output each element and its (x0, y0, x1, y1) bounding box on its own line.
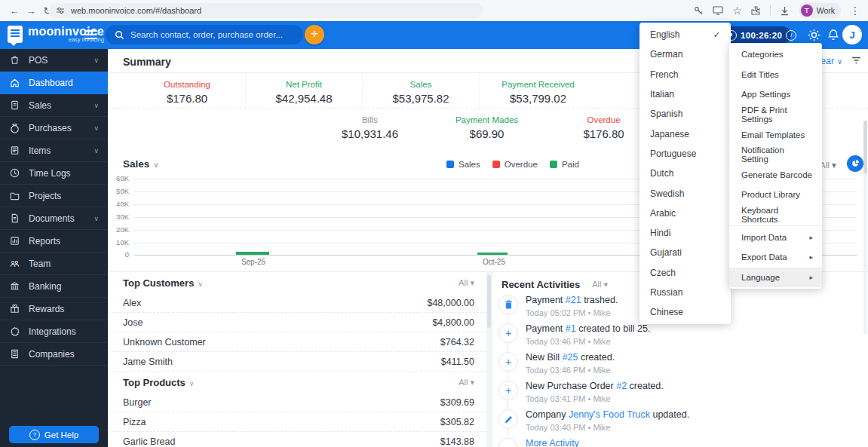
language-option-czech[interactable]: Czech (639, 263, 731, 283)
product-row[interactable]: Pizza $305.82 (108, 412, 486, 432)
sidebar-item-rewards[interactable]: Rewards (0, 298, 108, 320)
activity-link[interactable]: #21 (566, 295, 581, 305)
activity-item[interactable]: + Payment #1 created to bill 25. Today 0… (492, 323, 854, 352)
top-customers-title-dropdown[interactable]: Top Customers∨ (123, 277, 203, 289)
menu-item-export-data[interactable]: Export Data▸ (729, 247, 822, 268)
language-option-hindi[interactable]: Hindi (639, 223, 731, 243)
global-search-input[interactable]: Search contact, order, purchase order... (106, 25, 303, 44)
activity-item[interactable]: + New Bill #25 created. Today 03:46 PM •… (492, 352, 854, 381)
customer-row[interactable]: Alex $48,000.00 (108, 293, 486, 313)
hamburger-menu-icon[interactable] (84, 30, 97, 39)
profile-avatar: T (801, 5, 813, 17)
language-option-swedish[interactable]: Swedish (639, 183, 731, 203)
activities-filter[interactable]: All ▾ (592, 280, 608, 289)
activity-item[interactable]: More Activity (492, 438, 854, 447)
sidebar-item-sales[interactable]: Sales ∨ (0, 94, 108, 117)
product-row[interactable]: Burger $309.69 (108, 393, 486, 412)
menu-item-app-settings[interactable]: App Settings (729, 84, 822, 105)
bookmark-star-icon[interactable]: ☆ (732, 5, 742, 17)
customer-row[interactable]: Jame Smith $411.50 (108, 352, 486, 372)
browser-back-button[interactable]: ← (6, 5, 23, 17)
menu-item-pdf-print-settings[interactable]: PDF & Print Settings (729, 105, 822, 125)
chart-type-toggle-button[interactable] (847, 155, 863, 172)
cast-icon[interactable] (713, 6, 723, 15)
menu-item-edit-titles[interactable]: Edit Titles (729, 65, 822, 85)
add-new-button[interactable]: + (305, 25, 324, 44)
menu-item-categories[interactable]: Categories (729, 44, 822, 65)
menu-item-notification-setting[interactable]: Notification Setting (729, 145, 822, 165)
downloads-icon[interactable] (780, 6, 790, 16)
language-option-gujarati[interactable]: Gujarati (639, 243, 731, 262)
submenu-arrow-icon: ▸ (809, 274, 813, 281)
sidebar-item-integrations[interactable]: Integrations (0, 320, 108, 343)
browser-profile-chip[interactable]: T Work (799, 3, 841, 18)
menu-item-generate-barcode[interactable]: Generate Barcode (729, 165, 822, 185)
language-option-arabic[interactable]: Arabic (639, 204, 731, 223)
activity-link[interactable]: Jenny's Food Truck (569, 409, 650, 420)
language-option-french[interactable]: French (639, 65, 731, 84)
paid-bar-sep-25[interactable] (236, 252, 269, 255)
legend-overdue[interactable]: Overdue (492, 160, 538, 169)
language-option-portuguese[interactable]: Portuguese (639, 144, 731, 164)
customer-row[interactable]: Unknown Customer $764.32 (108, 332, 486, 352)
address-bar[interactable]: web.mooninvoice.com/#/dashboard (48, 3, 483, 18)
password-key-icon[interactable] (694, 6, 704, 16)
notifications-bell-icon[interactable] (827, 29, 839, 41)
filter-icon[interactable] (851, 55, 862, 66)
menu-item-import-data[interactable]: Import Data▸ (729, 227, 822, 247)
extensions-icon[interactable] (751, 6, 761, 16)
activity-link[interactable]: #2 (616, 381, 627, 391)
language-option-dutch[interactable]: Dutch (639, 164, 731, 183)
sidebar-item-companies[interactable]: Companies (0, 343, 108, 366)
activity-item[interactable]: + New Purchase Order #2 created. Today 0… (492, 381, 854, 409)
sidebar-item-pos[interactable]: POS ∨ (0, 49, 108, 72)
sidebar-item-purchases[interactable]: Purchases ∨ (0, 117, 108, 139)
settings-gear-icon[interactable] (807, 28, 821, 42)
language-option-japanese[interactable]: Japanese (639, 124, 731, 143)
language-option-english[interactable]: English ✓ (639, 25, 731, 44)
more-activity-link[interactable]: More Activity (526, 438, 579, 447)
sidebar-item-time-logs[interactable]: Time Logs (0, 162, 108, 185)
legend-sales[interactable]: Sales (446, 160, 480, 169)
main-scrollbar[interactable] (863, 121, 867, 334)
timer-info-icon[interactable]: i (786, 30, 796, 41)
sidebar-item-reports[interactable]: Reports (0, 230, 108, 253)
customer-row[interactable]: Jose $4,800.00 (108, 313, 486, 332)
sidebar-item-banking[interactable]: Banking (0, 275, 108, 298)
browser-forward-button[interactable]: → (23, 5, 39, 17)
chart-filter-dropdown[interactable]: All ▾ (820, 160, 836, 170)
paid-bar-oct-25[interactable] (477, 253, 508, 255)
language-option-italian[interactable]: Italian (639, 84, 731, 104)
activity-link[interactable]: #1 (566, 323, 576, 334)
sidebar-item-dashboard[interactable]: Dashboard (0, 72, 108, 94)
menu-item-product-library[interactable]: Product Library (729, 185, 822, 205)
menu-item-language[interactable]: Language▸ (729, 268, 822, 288)
y-tick: 0 (108, 250, 129, 259)
list-scrollbar[interactable] (486, 272, 492, 447)
top-products-filter[interactable]: All ▾ (459, 378, 474, 387)
user-avatar[interactable]: J (842, 25, 862, 44)
menu-item-email-templates[interactable]: Email Templates (729, 124, 822, 145)
document-icon (9, 213, 20, 224)
language-option-german[interactable]: German (639, 44, 731, 64)
browser-menu-icon[interactable]: ⋮ (850, 5, 860, 17)
sidebar-item-projects[interactable]: Projects (0, 185, 108, 207)
top-customers-filter[interactable]: All ▾ (459, 278, 474, 288)
language-option-spanish[interactable]: Spanish (639, 104, 731, 124)
get-help-button[interactable]: ? Get Help (9, 426, 99, 443)
activity-item[interactable]: Company Jenny's Food Truck updated. Toda… (492, 409, 854, 438)
site-settings-icon[interactable] (56, 6, 65, 15)
sidebar-item-documents[interactable]: Documents ∨ (0, 207, 108, 230)
language-option-chinese[interactable]: Chinese (639, 302, 731, 322)
menu-item-keyboard-shortcuts[interactable]: Keyboard Shortcuts (729, 205, 822, 225)
legend-paid[interactable]: Paid (550, 160, 579, 169)
chart-title-dropdown[interactable]: Sales∨ (123, 158, 159, 170)
timer-widget[interactable]: 100:26:20 i (720, 26, 791, 44)
top-products-title-dropdown[interactable]: Top Products∨ (123, 377, 194, 388)
language-option-russian[interactable]: Russian (639, 283, 731, 302)
activity-link[interactable]: #25 (563, 352, 578, 363)
sidebar-item-items[interactable]: Items ∨ (0, 139, 108, 162)
product-row[interactable]: Garlic Bread $143.88 (108, 432, 486, 447)
sales-invoice-icon (9, 100, 20, 111)
sidebar-item-team[interactable]: Team (0, 253, 108, 275)
